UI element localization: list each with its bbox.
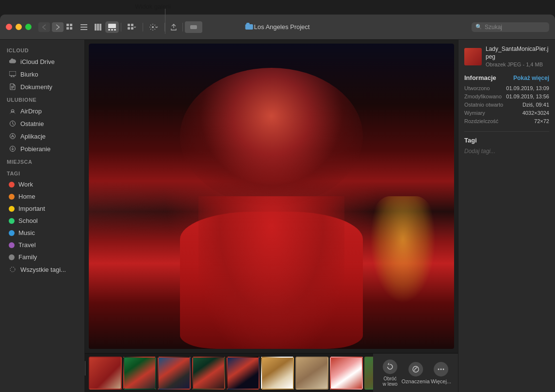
svg-point-34 <box>443 368 444 370</box>
thumbnail-5[interactable] <box>227 357 260 390</box>
sidebar-item-dokumenty[interactable]: Dokumenty <box>2 80 82 93</box>
back-button[interactable] <box>38 22 50 32</box>
show-more-link[interactable]: Pokaż więcej <box>513 75 549 81</box>
svg-rect-13 <box>114 29 116 31</box>
sidebar-item-airdrop[interactable]: AirDrop <box>2 105 82 117</box>
svg-rect-5 <box>81 27 87 28</box>
all-tags-label: Wszystkie tagi... <box>20 266 66 273</box>
sidebar-item-home[interactable]: Home <box>2 190 82 203</box>
sidebar-item-work[interactable]: Work <box>2 178 82 190</box>
grid-view-button[interactable] <box>123 21 141 33</box>
sidebar-item-icloud-drive[interactable]: iCloud Drive <box>2 55 82 68</box>
gallery-view-label: Widok galerii <box>135 3 171 10</box>
tags-section-title: Tagi <box>464 137 549 144</box>
sidebar-item-travel[interactable]: Travel <box>2 239 82 251</box>
work-tag-dot <box>9 182 15 188</box>
close-button[interactable] <box>6 24 12 30</box>
gallery-view-button[interactable] <box>105 21 119 33</box>
created-value: 01.09.2019, 13:09 <box>506 85 549 91</box>
svg-rect-1 <box>70 24 72 26</box>
svg-point-30 <box>10 267 15 272</box>
more-button[interactable]: Więcej... <box>429 362 453 384</box>
sidebar-item-pobieranie[interactable]: Pobieranie <box>2 142 82 155</box>
svg-rect-19 <box>9 71 16 76</box>
travel-tag-dot <box>9 242 15 248</box>
toolbar-separator-4 <box>182 23 183 31</box>
info-row-modified: Zmodyfikowano 01.09.2019, 13:56 <box>464 94 549 99</box>
bottom-row: Obróć w lewo Oznaczenia Więcej... <box>85 353 458 392</box>
created-label: Utworzono <box>464 85 490 91</box>
important-tag-dot <box>9 206 15 212</box>
search-bar[interactable]: 🔍 <box>472 22 549 32</box>
tags-section-label: Tagi <box>464 137 477 144</box>
filmstrip[interactable] <box>85 353 373 392</box>
sidebar-item-family[interactable]: Family <box>2 251 82 263</box>
settings-button[interactable] <box>145 21 163 33</box>
modified-label: Zmodyfikowano <box>464 94 502 99</box>
thumbnail-7[interactable] <box>295 357 328 390</box>
sidebar-item-music[interactable]: Music <box>2 227 82 239</box>
markup-button[interactable]: Oznaczenia <box>402 362 429 384</box>
fullscreen-button[interactable] <box>25 24 32 30</box>
modified-value: 01.09.2019, 13:56 <box>506 94 549 99</box>
svg-point-33 <box>441 368 442 370</box>
thumbnail-9[interactable] <box>364 357 373 390</box>
share-button[interactable] <box>167 21 180 33</box>
folder-icon <box>245 24 253 30</box>
traffic-lights <box>6 24 32 30</box>
sidebar-item-biurko[interactable]: Biurko <box>2 68 82 80</box>
gallery-view[interactable] <box>85 40 458 353</box>
sidebar-item-important[interactable]: Important <box>2 203 82 215</box>
info-section-label: Informacje <box>464 74 496 81</box>
thumbnail-4[interactable] <box>192 357 225 390</box>
work-label: Work <box>18 181 33 188</box>
more-label: Więcej... <box>431 378 451 384</box>
sidebar-item-aplikacje[interactable]: Aplikacje <box>2 130 82 142</box>
thumbnail-6[interactable] <box>261 357 294 390</box>
tag-button[interactable] <box>185 21 202 33</box>
sidebar-item-all-tags[interactable]: Wszystkie tagi... <box>2 263 82 276</box>
svg-rect-7 <box>95 24 97 31</box>
thumbnail-3[interactable] <box>158 357 191 390</box>
info-row-dimensions: Wymiary 4032×3024 <box>464 110 549 116</box>
svg-rect-9 <box>99 24 101 31</box>
thumbnail-8[interactable] <box>330 357 363 390</box>
tags-placeholder[interactable]: Dodaj tagi... <box>464 148 549 155</box>
documents-icon <box>9 83 16 91</box>
file-thumbnail <box>464 48 482 65</box>
thumbnail-1[interactable] <box>89 357 122 390</box>
pobieranie-label: Pobieranie <box>20 145 50 153</box>
main-image[interactable] <box>89 44 454 349</box>
nav-buttons <box>38 22 64 32</box>
recent-icon <box>9 120 16 127</box>
family-label: Family <box>18 253 37 261</box>
sidebar-item-ostatnie[interactable]: Ostatnie <box>2 117 82 130</box>
school-label: School <box>18 217 38 224</box>
rotate-button[interactable]: Obróć w lewo <box>378 360 402 387</box>
list-view-button[interactable] <box>77 21 91 33</box>
thumbnail-2[interactable] <box>123 357 156 390</box>
info-row-resolution: Rozdzielczość 72×72 <box>464 118 549 124</box>
dimensions-value: 4032×3024 <box>522 110 549 116</box>
travel-label: Travel <box>18 241 36 249</box>
svg-rect-11 <box>108 29 110 31</box>
info-row-opened: Ostatnio otwarto Dziś, 09:41 <box>464 102 549 108</box>
dokumenty-label: Dokumenty <box>20 83 52 91</box>
family-tag-dot <box>9 254 15 260</box>
svg-rect-4 <box>81 24 87 25</box>
forward-button[interactable] <box>52 22 64 32</box>
icon-view-button[interactable] <box>63 21 77 33</box>
file-preview: Lady_SantaMonicaPier.jpeg Obrazek JPEG -… <box>464 46 549 67</box>
airdrop-label: AirDrop <box>20 108 42 115</box>
all-tags-icon <box>9 266 16 273</box>
icloud-drive-label: iCloud Drive <box>20 58 55 65</box>
sidebar-item-school[interactable]: School <box>2 215 82 227</box>
search-input[interactable] <box>485 24 545 31</box>
column-view-button[interactable] <box>91 21 105 33</box>
music-label: Music <box>18 229 35 236</box>
svg-rect-6 <box>81 29 87 30</box>
window-title: Los Angeles Project <box>254 23 310 31</box>
rotate-icon <box>383 360 397 374</box>
minimize-button[interactable] <box>16 24 22 30</box>
music-tag-dot <box>9 230 15 236</box>
